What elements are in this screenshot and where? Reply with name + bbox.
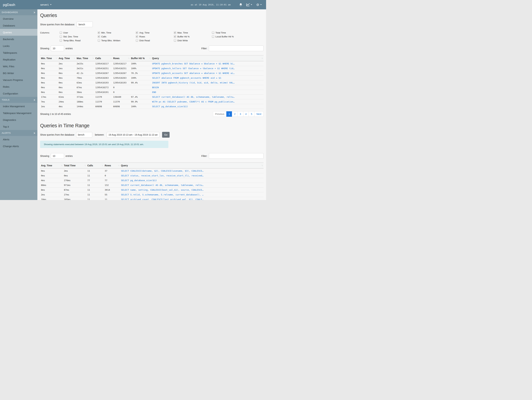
sidebar-item-tablespace-management[interactable]: Tablespace Management <box>0 110 37 116</box>
checkbox-checked-icon: ✔ <box>98 32 100 34</box>
charts-menu[interactable] <box>246 3 252 6</box>
sidebar-item-top-k[interactable]: Top k <box>0 123 37 130</box>
column-checkbox-total-time[interactable]: Total Time <box>212 31 250 34</box>
entries-count-input[interactable] <box>51 45 64 51</box>
checkbox-checked-icon: ✔ <box>98 35 100 38</box>
query-link[interactable]: SELECT current_database() AS db, scheman… <box>121 184 203 186</box>
pagination-page-5[interactable]: 5 <box>249 111 254 117</box>
sidebar-item-index-management[interactable]: Index Management <box>0 103 37 110</box>
column-checkbox-min-time[interactable]: ✔Min. Time <box>98 31 136 34</box>
sidebar-item-configuration[interactable]: Configuration <box>0 90 37 97</box>
pagination-page-1[interactable]: 1 <box>226 111 232 117</box>
query-link[interactable]: SELECT pg_database_size($1) <box>121 179 157 182</box>
go-button[interactable]: Go <box>162 132 170 138</box>
sidebar-item-vacuum-progress[interactable]: Vacuum Progress <box>0 76 37 83</box>
queries-table-head: Min. Time↑↓Avg. Time↑↓Max. Time↑↓Calls↑↓… <box>40 55 264 61</box>
query-cell: SELECT COALESCE(datname, $2), COALESCE(u… <box>120 168 264 173</box>
sidebar-item-bg-writer[interactable]: BG Writer <box>0 70 37 76</box>
app-logo[interactable]: pgDash <box>0 3 37 7</box>
column-checkbox-disk-read[interactable]: Disk Read <box>136 39 174 42</box>
table-row: 1ms4ms144ms6089860898100%SELECT pg_datab… <box>40 104 264 109</box>
data-cell: 1295418267 <box>112 71 130 76</box>
column-header-avg-time[interactable]: Avg. Time↑↓ <box>40 163 63 168</box>
query-link[interactable]: UPDATE pgbench_branches SET bbalance = b… <box>152 62 234 65</box>
column-checkbox-avg-time[interactable]: ✔Avg. Time <box>136 31 174 34</box>
sidebar-item-roles[interactable]: Roles <box>0 83 37 90</box>
sidebar-item-replication[interactable]: Replication <box>0 56 37 63</box>
time-range-input[interactable] <box>107 132 159 138</box>
query-link[interactable]: INSERT INTO pgbench_history (tid, bid, a… <box>152 81 234 84</box>
column-checkbox-local-buffer-hit[interactable]: Local Buffer Hit % <box>212 35 250 38</box>
sidebar-item-wal-files[interactable]: WAL Files <box>0 63 37 70</box>
checkbox-unchecked-icon <box>60 39 62 42</box>
column-header-rows[interactable]: Rows↑↓ <box>112 55 130 61</box>
column-header-calls[interactable]: Calls↑↓ <box>95 55 112 61</box>
column-checkbox-temp-blks-written[interactable]: Temp Blks. Written <box>98 39 136 42</box>
data-cell: 99.9% <box>130 99 151 104</box>
data-cell: 4ms <box>58 104 76 109</box>
pagination: Previous12345Next <box>213 111 264 117</box>
checkbox-unchecked-icon <box>60 32 62 34</box>
server-selector[interactable]: server1 <box>40 3 51 6</box>
timerange-database-label: Show queries from the database <box>40 133 74 136</box>
sidebar-item-tablespaces[interactable]: Tablespaces <box>0 49 37 56</box>
column-checkbox-user[interactable]: User <box>60 31 98 34</box>
sidebar-section-dashboards[interactable]: DASHBOARDS> <box>0 9 37 15</box>
database-input[interactable] <box>77 22 93 27</box>
sidebar-item-databases[interactable]: Databases <box>0 22 37 29</box>
query-link[interactable]: SELECT pg_database_size($1) <box>152 105 188 108</box>
query-link[interactable]: END <box>152 91 156 94</box>
pagination-next[interactable]: Next <box>254 111 264 117</box>
pagination-page-3[interactable]: 3 <box>238 111 243 117</box>
filter-input[interactable] <box>209 45 264 51</box>
column-header-buffer-hit[interactable]: Buffer Hit %↑↓ <box>130 55 151 61</box>
entries-count-input-2[interactable] <box>51 153 64 159</box>
pagination-page-4[interactable]: 4 <box>243 111 249 117</box>
column-checkbox-std-dev-time[interactable]: Std. Dev. Time <box>60 35 98 38</box>
filter-input-2[interactable] <box>209 153 264 159</box>
column-header-avg-time[interactable]: Avg. Time↑↓ <box>58 55 76 61</box>
column-header-query[interactable]: Query↑↓ <box>120 163 264 168</box>
column-header-min-time[interactable]: Min. Time↑↓ <box>40 55 58 61</box>
column-header-max-time[interactable]: Max. Time↑↓ <box>76 55 95 61</box>
column-checkbox-temp-blks-read[interactable]: Temp Blks. Read <box>60 39 98 42</box>
query-link[interactable]: SELECT status, receive_start_lsn, receiv… <box>121 174 203 177</box>
column-header-rows[interactable]: Rows↑↓ <box>104 163 120 168</box>
checkbox-label: Total Time <box>215 32 226 34</box>
query-link[interactable]: BEGIN <box>152 86 159 89</box>
query-link[interactable]: SELECT abalance FROM pgbench_accounts WH… <box>152 77 221 79</box>
query-link[interactable]: SELECT S.relid, S.schemaname, S.relname,… <box>121 193 203 196</box>
query-link[interactable]: SELECT current_database() AS db, scheman… <box>152 96 234 98</box>
pagination-page-2[interactable]: 2 <box>232 111 238 117</box>
query-link[interactable]: SELECT COALESCE(datname, $2), COALESCE(u… <box>121 170 203 172</box>
column-checkbox-calls[interactable]: ✔Calls <box>98 35 136 38</box>
column-header-label: Calls <box>87 164 93 167</box>
query-link[interactable]: SELECT name, setting, COALESCE(boot_val,… <box>121 189 203 191</box>
settings-menu[interactable]: ⚙ <box>256 3 262 6</box>
column-checkbox-rows[interactable]: ✔Rows <box>136 35 174 38</box>
timerange-database-input[interactable] <box>76 132 92 138</box>
column-checkbox-buffer-hit[interactable]: ✔Buffer Hit % <box>174 35 212 38</box>
sort-icon: ↑↓ <box>261 57 263 59</box>
sidebar-item-change-alerts[interactable]: Change Alerts <box>0 143 37 150</box>
pagination-previous[interactable]: Previous <box>213 111 227 117</box>
query-link[interactable]: WITH pc AS (SELECT pubname, COUNT(*) AS … <box>152 101 234 103</box>
column-checkbox-disk-write[interactable]: Disk Write <box>174 39 212 42</box>
sidebar-item-backends[interactable]: Backends <box>0 36 37 43</box>
query-link[interactable]: UPDATE pgbench_tellers SET tbalance = tb… <box>152 67 234 70</box>
sidebar-item-alerts[interactable]: Alerts <box>0 136 37 143</box>
column-checkbox-max-time[interactable]: ✔Max. Time <box>174 31 212 34</box>
line-chart-icon <box>246 3 250 6</box>
column-header-query[interactable]: Query↑↓ <box>151 55 264 61</box>
sidebar-section-tools[interactable]: TOOLS> <box>0 97 37 103</box>
column-header-calls[interactable]: Calls↑↓ <box>87 163 104 168</box>
sidebar-item-overview[interactable]: Overview <box>0 15 37 22</box>
sidebar-section-alerts[interactable]: ALERTS> <box>0 130 37 136</box>
sidebar-item-queries[interactable]: Queries <box>0 29 37 36</box>
sidebar-item-locks[interactable]: Locks <box>0 43 37 49</box>
query-link[interactable]: UPDATE pgbench_accounts SET abalance = a… <box>152 72 234 74</box>
sidebar-item-diagnostics[interactable]: Diagnostics <box>0 116 37 123</box>
column-header-total-time[interactable]: Total Time↑↓ <box>63 163 87 168</box>
bell-icon[interactable] <box>239 3 242 6</box>
query-link[interactable]: SELECT archived_count, COALESCE(last_arc… <box>121 198 203 200</box>
